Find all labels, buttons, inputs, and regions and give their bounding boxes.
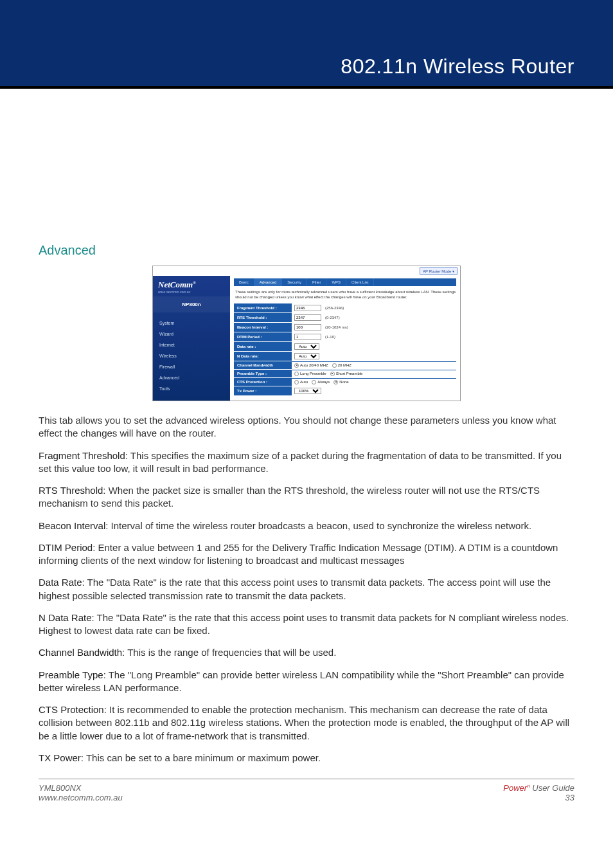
radio-cts-always[interactable]: Always — [312, 380, 330, 384]
beacon-paragraph: Beacon Interval: Interval of time the wi… — [39, 520, 574, 532]
nav-advanced[interactable]: Advanced — [153, 372, 230, 383]
nav-wizard[interactable]: Wizard — [153, 329, 230, 339]
label-fragment: Fragment Threshold : — [234, 304, 292, 312]
input-rts[interactable] — [294, 314, 321, 321]
select-tx[interactable]: 100% — [294, 388, 321, 394]
label-dtim: DTIM Period : — [234, 333, 292, 341]
input-dtim[interactable] — [294, 334, 321, 340]
nav-tools[interactable]: Tools — [153, 383, 230, 394]
header-band: 802.11n Wireless Router — [0, 48, 613, 89]
nav-wireless[interactable]: Wireless — [153, 350, 230, 361]
mode-dropdown[interactable]: AP Router Mode ▾ — [420, 267, 458, 275]
tab-wps[interactable]: WPS — [326, 278, 346, 286]
radio-cts-none[interactable]: None — [333, 380, 348, 384]
ndatarate-paragraph: N Data Rate: The "Data Rate" is the rate… — [39, 611, 574, 638]
tab-filter[interactable]: Filter — [307, 278, 326, 286]
tab-advanced[interactable]: Advanced — [254, 278, 283, 286]
brand-url: www.netcomm.com.au — [153, 290, 230, 296]
label-beacon: Beacon Interval : — [234, 323, 292, 331]
tab-bar: Basic Advanced Security Filter WPS Clien… — [234, 278, 456, 286]
label-tx: Tx Power : — [234, 387, 292, 395]
radio-preamble-long[interactable]: Long Preamble — [294, 372, 326, 376]
footer-page-number: 33 — [503, 793, 574, 802]
footer-model: YML800NX — [39, 783, 123, 793]
bw-paragraph: Channel Bandwidth: This is the range of … — [39, 646, 574, 659]
label-bw: Channel Bandwidth — [234, 361, 292, 369]
nav-system[interactable]: System — [153, 318, 230, 329]
rts-paragraph: RTS Threshold: When the packet size is s… — [39, 484, 574, 511]
label-ndatarate: N Data rate: — [234, 352, 292, 360]
dtim-paragraph: DTIM Period: Enter a value between 1 and… — [39, 541, 574, 568]
intro-paragraph: This tab allows you to set the advanced … — [39, 414, 574, 440]
fragment-paragraph: Fragment Threshold: This specifies the m… — [39, 449, 574, 476]
tab-security[interactable]: Security — [282, 278, 307, 286]
brand-logo: NetComm® — [153, 276, 230, 290]
tab-clientlist[interactable]: Client List — [346, 278, 374, 286]
preamble-paragraph: Preamble Type: The "Long Preamble" can p… — [39, 669, 574, 695]
page-footer: YML800NX www.netcomm.com.au Powern User … — [39, 779, 574, 802]
hint-dtim: (1-10) — [325, 335, 335, 339]
footer-url: www.netcomm.com.au — [39, 793, 123, 802]
footer-guide: Powern User Guide — [503, 783, 574, 793]
model-badge: NP800n — [153, 296, 230, 312]
label-cts: CTS Protection : — [234, 378, 292, 386]
label-rts: RTS Threshold : — [234, 314, 292, 321]
select-ndatarate[interactable]: Auto — [294, 353, 319, 359]
page-title: 802.11n Wireless Router — [341, 55, 574, 78]
label-datarate: Data rate : — [234, 343, 292, 350]
hint-beacon: (20-1024 ms) — [325, 325, 348, 329]
radio-cts-auto[interactable]: Auto — [294, 380, 308, 384]
hint-fragment: (256-2346) — [325, 306, 344, 310]
router-ui-screenshot: AP Router Mode ▾ NetComm® www.netcomm.co… — [152, 266, 461, 401]
hint-rts: (0-2347) — [325, 316, 340, 320]
radio-bw-auto[interactable]: Auto 20/40 MHZ — [294, 363, 328, 368]
input-fragment[interactable] — [294, 305, 321, 311]
sidebar: NetComm® www.netcomm.com.au NP800n Syste… — [153, 276, 230, 401]
cts-paragraph: CTS Protection: It is recommended to ena… — [39, 703, 574, 743]
radio-preamble-short[interactable]: Short Preamble — [330, 372, 363, 376]
input-beacon[interactable] — [294, 324, 321, 330]
radio-bw-20[interactable]: 20 MHZ — [332, 363, 351, 368]
nav-internet[interactable]: Internet — [153, 339, 230, 350]
nav-firewall[interactable]: Firewall — [153, 361, 230, 372]
datarate-paragraph: Data Rate: The "Data Rate" is the rate t… — [39, 576, 574, 602]
select-datarate[interactable]: Auto — [294, 343, 319, 350]
section-heading: Advanced — [39, 243, 574, 258]
label-preamble: Preamble Type : — [234, 370, 292, 377]
advanced-warning-text: These settings are only for more technic… — [235, 290, 456, 300]
tx-paragraph: TX Power: This can be set to a bare mini… — [39, 752, 574, 764]
top-navy-bar — [0, 0, 613, 48]
tab-basic[interactable]: Basic — [234, 278, 254, 286]
